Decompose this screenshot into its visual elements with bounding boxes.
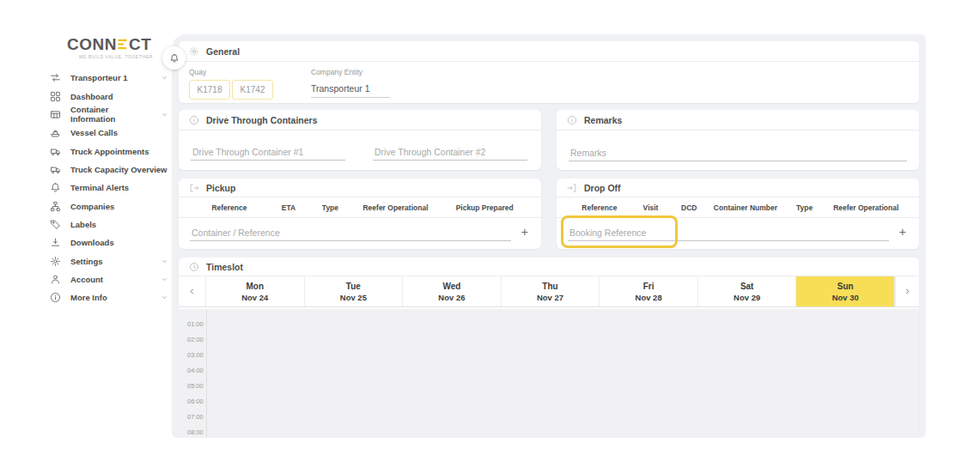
dropoff-booking-reference-input[interactable] [568,225,889,241]
org-chart-icon [50,201,61,212]
pickup-container-reference-input[interactable] [190,225,511,241]
clock-icon [189,262,199,272]
dropoff-column-headers: Reference Visit DCD Container Number Typ… [557,197,919,218]
sidebar-item-transporteur[interactable]: Transporteur 1 [50,69,168,87]
logo-text-prefix: CONN [67,36,117,52]
chevron-down-icon [161,74,168,82]
column-header: ETA [268,203,309,212]
sidebar-item-label: Downloads [70,238,114,247]
sidebar-item-account[interactable]: Account [50,270,168,288]
sidebar-item-dashboard[interactable]: Dashboard [50,87,168,105]
column-header: Visit [630,203,672,212]
download-icon [50,237,61,248]
connect-logo: CONN CT WE BUILD VALUE, TOGETHER. [67,36,155,59]
chevron-right-icon [903,287,912,296]
container-table-icon [50,109,61,120]
drive-through-card: Drive Through Containers [179,110,541,170]
previous-week-button[interactable] [179,276,206,306]
time-label: 02:00 [187,336,204,343]
info-icon [50,292,61,303]
ship-icon [50,127,61,138]
sidebar-item-label: Vessel Calls [70,128,118,137]
remarks-card: Remarks [557,110,919,170]
company-entity-label: Company Entity [311,68,390,76]
time-label: 03:00 [187,351,204,359]
time-label: 04:00 [187,367,204,374]
day-column-tue[interactable]: Tue Nov 25 [305,276,404,306]
quay-option-k1718[interactable]: K1718 [189,80,230,100]
main-content: General Quay K1718 K1742 Company Entity [172,34,926,438]
remarks-input[interactable] [569,145,907,161]
chevron-left-icon [187,287,197,296]
sidebar-item-label: Container Information [70,105,151,124]
add-dropoff-button[interactable]: + [898,226,908,241]
pickup-column-headers: Reference ETA Type Reefer Operational Pi… [179,197,541,218]
quay-toggle-group: K1718 K1742 [189,80,273,100]
sidebar-item-truck-appointments[interactable]: Truck Appointments [50,142,168,160]
day-column-thu[interactable]: Thu Nov 27 [502,276,600,306]
sidebar-item-companies[interactable]: Companies [50,197,168,215]
sidebar-item-vessel-calls[interactable]: Vessel Calls [50,124,168,142]
tag-icon [50,219,61,230]
time-label: 08:00 [187,428,204,436]
column-header: Reference [191,203,268,212]
drive-through-container-2-input[interactable] [373,144,527,161]
sidebar-item-truck-capacity-overview[interactable]: Truck Capacity Overview [50,161,168,179]
dashboard-icon [50,91,61,102]
bell-icon [50,182,61,193]
sidebar-item-container-information[interactable]: Container Information [50,106,168,124]
logo-text-suffix: CT [129,36,151,52]
arrow-into-box-icon [567,183,577,193]
sidebar-item-label: Account [70,275,103,284]
time-label: 01:00 [187,320,204,328]
notifications-button[interactable] [162,46,186,70]
day-column-mon[interactable]: Mon Nov 24 [206,276,305,306]
day-column-wed[interactable]: Wed Nov 26 [403,276,502,306]
remarks-title: Remarks [584,115,622,125]
add-pickup-button[interactable]: + [520,226,530,241]
sidebar-item-label: Truck Capacity Overview [70,165,167,174]
sidebar-item-settings[interactable]: Settings [50,252,168,270]
general-title: General [206,46,240,57]
sidebar-item-downloads[interactable]: Downloads [50,234,168,252]
time-gutter: 01:00 02:00 03:00 04:00 05:00 06:00 07:0… [179,309,207,438]
column-header: Type [784,203,825,212]
day-column-fri[interactable]: Fri Nov 28 [600,276,698,306]
sidebar-item-labels[interactable]: Labels [50,215,168,234]
next-week-button[interactable] [895,276,919,306]
quay-option-k1742[interactable]: K1742 [232,80,273,100]
sidebar-item-label: Dashboard [70,92,113,101]
pickup-title: Pickup [206,183,235,193]
sidebar-item-label: Companies [70,202,114,211]
day-column-sat[interactable]: Sat Nov 29 [698,276,797,306]
column-header: Container Number [707,203,784,212]
sidebar-item-label: Transporteur 1 [70,73,128,82]
dropoff-card: Drop Off Reference Visit DCD Container N… [557,179,919,249]
sidebar-nav: Transporteur 1 Dashboard Container Infor… [50,69,168,306]
chevron-down-icon [161,276,168,283]
column-header: Type [309,203,350,212]
gear-icon [50,256,61,267]
drive-through-container-1-input[interactable] [191,144,345,161]
company-entity-field: Company Entity [311,68,390,100]
pickup-card: Pickup Reference ETA Type Reefer Operati… [179,179,541,249]
person-icon [50,274,61,285]
sidebar-item-more-info[interactable]: More Info [50,288,168,306]
quay-field: Quay K1718 K1742 [189,68,273,100]
company-entity-input[interactable] [311,82,390,98]
logo-tagline: WE BUILD VALUE, TOGETHER. [67,54,155,59]
time-label: 06:00 [187,397,204,405]
truck-icon [50,164,61,175]
sidebar-item-terminal-alerts[interactable]: Terminal Alerts [50,179,168,197]
day-column-sun[interactable]: Sun Nov 30 [796,276,895,306]
column-header: Reference [569,203,630,212]
dropoff-title: Drop Off [584,183,621,193]
column-header: DCD [671,203,707,212]
info-icon [189,115,199,125]
timeslot-day-header: Mon Nov 24 Tue Nov 25 Wed Nov 26 Thu Nov… [179,276,919,307]
sidebar-item-label: Terminal Alerts [70,183,129,192]
chevron-down-icon [161,111,168,118]
quay-label: Quay [189,68,273,76]
time-label: 05:00 [187,382,204,390]
timeslot-grid[interactable]: 01:00 02:00 03:00 04:00 05:00 06:00 07:0… [179,309,919,438]
